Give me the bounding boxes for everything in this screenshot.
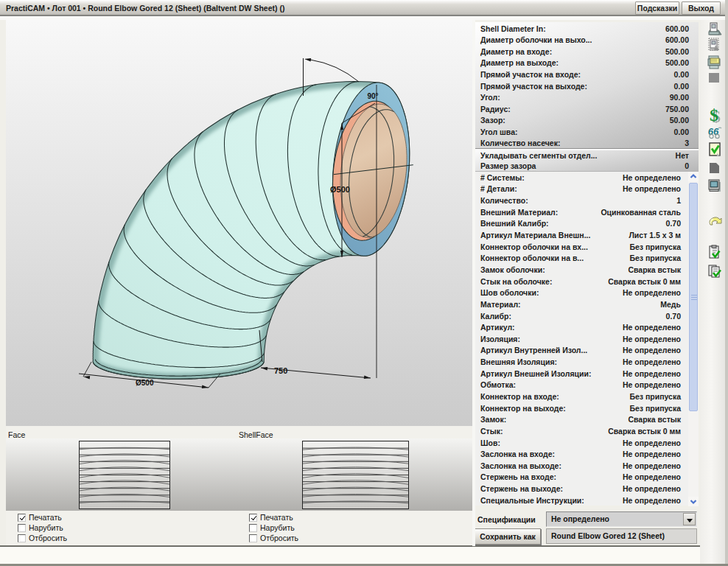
svg-text:750: 750 — [274, 366, 287, 375]
svg-text:Ø500: Ø500 — [136, 379, 154, 387]
svg-text:$: $ — [710, 107, 718, 123]
svg-text:Ø500: Ø500 — [330, 185, 350, 194]
